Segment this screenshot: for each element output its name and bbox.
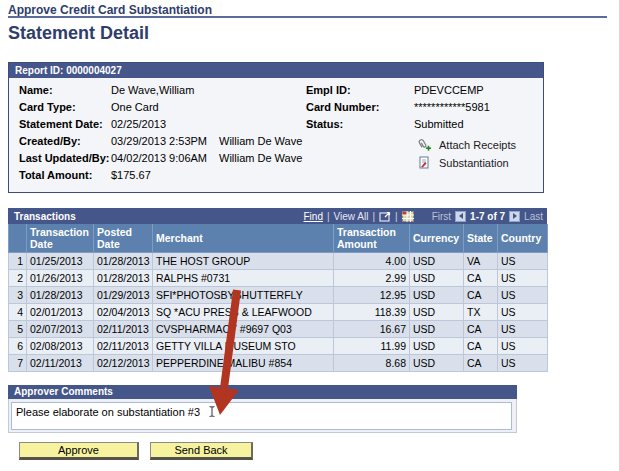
report-id-value: 0000004027 [66, 65, 122, 76]
field-statement-date: Statement Date:02/25/2013 [19, 118, 219, 130]
report-header-panel: Report ID: 0000004027 Name:De Wave,Willi… [8, 62, 544, 193]
row-range: 1-7 of 7 [470, 211, 505, 222]
title-divider [8, 16, 607, 18]
field-empl-id: Empl ID:PDEVCCEMP [306, 84, 484, 96]
col-row-number [9, 224, 27, 252]
table-row: 301/28/201301/29/2013SFI*PHOTOSBYSHUTTER… [9, 286, 548, 303]
send-back-button[interactable]: Send Back [150, 442, 253, 460]
paperclip-plus-icon [417, 138, 431, 153]
approve-button[interactable]: Approve [19, 442, 139, 460]
attach-receipts-link[interactable]: Attach Receipts [417, 138, 516, 153]
approver-comments-input[interactable]: Please elaborate on substantiation #3 [11, 402, 512, 430]
page-title: Statement Detail [8, 23, 149, 44]
table-row: 502/07/201302/11/2013CVSPHARMACY #9697 Q… [9, 320, 548, 337]
field-last-updated-by: Last Updated/By:04/02/2013 9:06AMWilliam… [19, 152, 302, 164]
first-link: First [432, 211, 451, 222]
field-name: Name:De Wave,William [19, 84, 219, 96]
breadcrumb: Approve Credit Card Substantiation [8, 3, 212, 17]
field-status: Status:Submitted [306, 118, 464, 130]
table-header-row: Transaction Date Posted Date Merchant Tr… [9, 224, 548, 252]
col-merchant: Merchant [153, 224, 334, 252]
table-row: 402/01/201302/04/2013SQ *ACU PRESS & LEA… [9, 303, 548, 320]
view-all-link[interactable]: View All [334, 211, 369, 222]
approver-comments-text: Please elaborate on substantiation #3 [16, 406, 200, 418]
text-cursor-icon [208, 405, 216, 420]
substantiation-link[interactable]: Substantiation [417, 156, 509, 171]
col-amount: Transaction Amount [334, 224, 410, 252]
approver-comments-bar: Approver Comments [8, 385, 517, 399]
status-badge: Submitted [414, 118, 464, 130]
popup-window-icon[interactable] [379, 211, 391, 222]
grid-navigation: Find | View All | | First 1-7 of 7 Last [304, 211, 544, 222]
table-row: 702/11/201302/12/2013PEPPERDINE MALIBU #… [9, 354, 548, 371]
statement-detail-page: Approve Credit Card Substantiation State… [0, 0, 620, 471]
table-row: 201/26/201301/28/2013RALPHS #07312.99USD… [9, 269, 548, 286]
report-id-label: Report ID: [15, 65, 63, 76]
field-card-type: Card Type:One Card [19, 101, 219, 113]
col-country: Country [498, 224, 548, 252]
approver-comments-section: Approver Comments Please elaborate on su… [8, 386, 517, 433]
next-page-icon [509, 211, 520, 222]
document-icon [417, 156, 431, 171]
transactions-table: Transaction Date Posted Date Merchant Tr… [8, 224, 548, 372]
transactions-section: Transactions Find | View All | | First 1… [8, 208, 547, 372]
field-card-number: Card Number:************5981 [306, 101, 490, 113]
col-posted-date: Posted Date [94, 224, 153, 252]
col-state: State [464, 224, 498, 252]
col-transaction-date: Transaction Date [27, 224, 94, 252]
find-link[interactable]: Find [304, 211, 323, 222]
field-total-amount: Total Amount:$175.67 [19, 169, 219, 181]
table-row: 101/25/201301/28/2013THE HOST GROUP4.00U… [9, 252, 548, 269]
last-link: Last [524, 211, 543, 222]
download-grid-icon[interactable] [402, 211, 414, 222]
transactions-title: Transactions [14, 211, 76, 222]
report-id-bar: Report ID: 0000004027 [9, 63, 543, 78]
field-created-by: Created/By:03/29/2013 2:53PMWilliam De W… [19, 135, 302, 147]
previous-page-icon [455, 211, 466, 222]
table-row: 602/08/201302/11/2013GETTY VILLA MUSEUM … [9, 337, 548, 354]
col-currency: Currency [410, 224, 464, 252]
transactions-header-bar: Transactions Find | View All | | First 1… [8, 208, 547, 224]
